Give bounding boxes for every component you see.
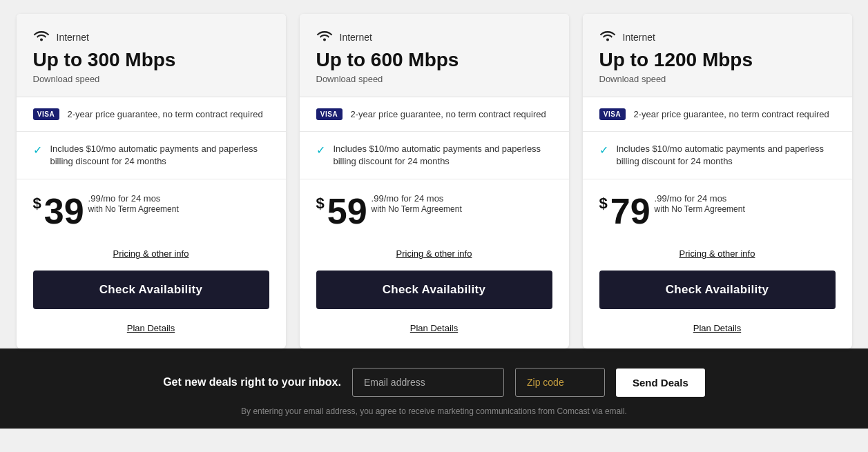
email-input[interactable] (352, 368, 504, 397)
plan-card-plan-600: Internet Up to 600 Mbps Download speed V… (300, 14, 569, 348)
internet-label: Internet (340, 32, 372, 43)
price-cents: .99/mo for 24 mos (655, 193, 745, 204)
plan-card-plan-300: Internet Up to 300 Mbps Download speed V… (17, 14, 286, 348)
visa-badge: VISA (33, 108, 59, 120)
price-dollar: $ (33, 196, 41, 211)
price-term: with No Term Agreement (655, 204, 745, 215)
visa-badge: VISA (316, 108, 343, 120)
download-label: Download speed (33, 74, 269, 84)
footer: Get new deals right to your inbox. Send … (0, 348, 868, 429)
footer-tagline: Get new deals right to your inbox. (163, 376, 341, 389)
download-label: Download speed (316, 74, 552, 84)
price-cents: .99/mo for 24 mos (372, 193, 462, 204)
price-details: .99/mo for 24 mos with No Term Agreement (88, 193, 179, 217)
check-availability-button[interactable]: Check Availability (33, 271, 269, 309)
pricing-other-info: Pricing & other info (583, 242, 852, 268)
wifi-icon (33, 29, 50, 45)
visa-row: VISA 2-year price guarantee, no term con… (300, 97, 569, 132)
visa-badge: VISA (599, 108, 626, 120)
check-row: ✓ Includes $10/mo automatic payments and… (583, 132, 852, 179)
footer-disclaimer: By entering your email address, you agre… (14, 406, 854, 416)
pricing-info-link[interactable]: Pricing & other info (396, 248, 472, 259)
card-header: Internet Up to 300 Mbps Download speed (17, 14, 286, 97)
price-details: .99/mo for 24 mos with No Term Agreement (655, 193, 745, 217)
zip-input[interactable] (515, 368, 605, 397)
speed-title: Up to 600 Mbps (316, 49, 552, 71)
check-row: ✓ Includes $10/mo automatic payments and… (17, 132, 286, 179)
price-display: $ 79 .99/mo for 24 mos with No Term Agre… (599, 193, 836, 229)
plan-card-plan-1200: Internet Up to 1200 Mbps Download speed … (583, 14, 852, 348)
internet-label-row: Internet (33, 29, 269, 45)
price-display: $ 59 .99/mo for 24 mos with No Term Agre… (316, 193, 552, 229)
speed-title: Up to 1200 Mbps (599, 49, 836, 71)
check-icon: ✓ (316, 144, 325, 157)
plan-details-link[interactable]: Plan Details (17, 319, 286, 348)
card-body: VISA 2-year price guarantee, no term con… (17, 97, 286, 348)
internet-label-row: Internet (316, 29, 552, 45)
check-icon: ✓ (599, 144, 608, 157)
card-body: VISA 2-year price guarantee, no term con… (300, 97, 569, 348)
wifi-icon (599, 29, 616, 45)
check-icon: ✓ (33, 144, 42, 157)
pricing-row: $ 39 .99/mo for 24 mos with No Term Agre… (17, 179, 286, 242)
internet-label: Internet (57, 32, 89, 43)
plan-details-link[interactable]: Plan Details (583, 319, 852, 348)
visa-row: VISA 2-year price guarantee, no term con… (17, 97, 286, 132)
price-details: .99/mo for 24 mos with No Term Agreement (372, 193, 462, 217)
visa-text: 2-year price guarantee, no term contract… (634, 109, 829, 119)
plans-container: Internet Up to 300 Mbps Download speed V… (14, 14, 854, 348)
check-text: Includes $10/mo automatic payments and p… (617, 143, 836, 168)
card-body: VISA 2-year price guarantee, no term con… (583, 97, 852, 348)
download-label: Download speed (599, 74, 836, 84)
pricing-other-info: Pricing & other info (17, 242, 286, 268)
wifi-icon (316, 29, 333, 45)
speed-title: Up to 300 Mbps (33, 49, 269, 71)
pricing-other-info: Pricing & other info (300, 242, 569, 268)
check-row: ✓ Includes $10/mo automatic payments and… (300, 132, 569, 179)
price-amount: 79 (610, 193, 650, 229)
send-deals-button[interactable]: Send Deals (616, 369, 705, 397)
internet-label: Internet (623, 32, 655, 43)
price-cents: .99/mo for 24 mos (88, 193, 179, 204)
price-dollar: $ (316, 196, 325, 211)
pricing-row: $ 79 .99/mo for 24 mos with No Term Agre… (583, 179, 852, 242)
pricing-row: $ 59 .99/mo for 24 mos with No Term Agre… (300, 179, 569, 242)
check-text: Includes $10/mo automatic payments and p… (50, 143, 269, 168)
visa-text: 2-year price guarantee, no term contract… (68, 109, 263, 119)
main-content: Internet Up to 300 Mbps Download speed V… (0, 0, 868, 348)
price-term: with No Term Agreement (372, 204, 462, 215)
card-header: Internet Up to 1200 Mbps Download speed (583, 14, 852, 97)
check-text: Includes $10/mo automatic payments and p… (334, 143, 552, 168)
check-availability-button[interactable]: Check Availability (599, 271, 836, 309)
card-header: Internet Up to 600 Mbps Download speed (300, 14, 569, 97)
visa-row: VISA 2-year price guarantee, no term con… (583, 97, 852, 132)
footer-inner: Get new deals right to your inbox. Send … (89, 368, 780, 397)
plan-details-link[interactable]: Plan Details (300, 319, 569, 348)
price-term: with No Term Agreement (88, 204, 179, 215)
check-availability-button[interactable]: Check Availability (316, 271, 552, 309)
price-amount: 59 (327, 193, 367, 229)
visa-text: 2-year price guarantee, no term contract… (351, 109, 546, 119)
pricing-info-link[interactable]: Pricing & other info (113, 248, 189, 259)
internet-label-row: Internet (599, 29, 836, 45)
pricing-info-link[interactable]: Pricing & other info (679, 248, 755, 259)
price-dollar: $ (599, 196, 608, 211)
price-amount: 39 (44, 193, 84, 229)
price-display: $ 39 .99/mo for 24 mos with No Term Agre… (33, 193, 269, 229)
